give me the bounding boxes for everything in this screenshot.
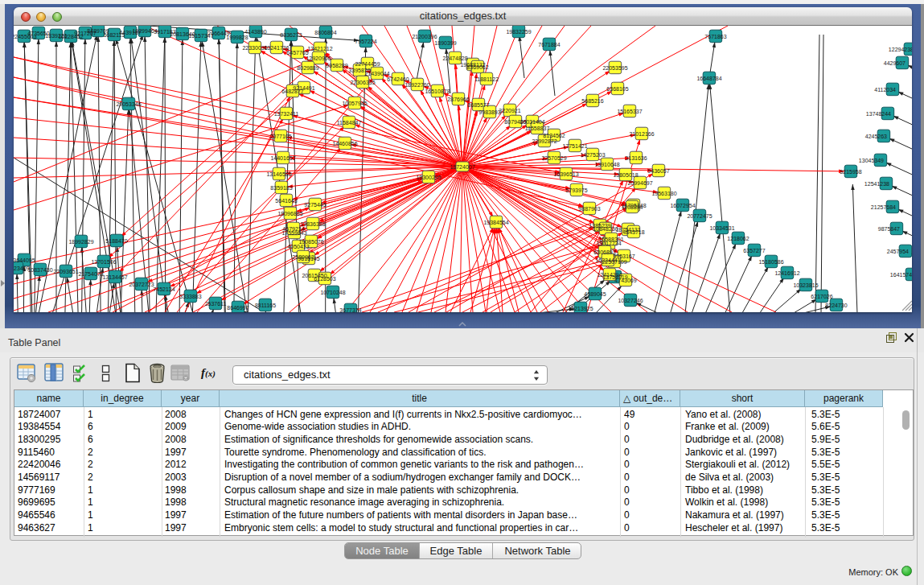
svg-text:1890399: 1890399 <box>434 40 456 46</box>
svg-text:10710248: 10710248 <box>320 290 345 295</box>
svg-text:5188470: 5188470 <box>105 238 127 244</box>
svg-text:11584847: 11584847 <box>337 120 362 126</box>
svg-text:10848230: 10848230 <box>593 226 618 232</box>
svg-text:2537611: 2537611 <box>205 301 227 307</box>
svg-text:22053595: 22053595 <box>602 65 627 71</box>
svg-text:3220921: 3220921 <box>499 108 520 113</box>
svg-text:14401657: 14401657 <box>270 155 295 161</box>
svg-text:19832259: 19832259 <box>506 29 531 35</box>
svg-text:4743069: 4743069 <box>614 278 636 283</box>
svg-text:5793975: 5793975 <box>565 187 587 193</box>
svg-text:16396513: 16396513 <box>553 171 578 177</box>
svg-text:9983893: 9983893 <box>478 109 500 115</box>
svg-text:13134457: 13134457 <box>102 274 127 280</box>
svg-text:16224441: 16224441 <box>595 257 620 263</box>
svg-text:8359183: 8359183 <box>270 185 292 191</box>
svg-text:8811165: 8811165 <box>255 303 276 308</box>
svg-text:4112034: 4112034 <box>874 87 896 93</box>
svg-text:2077105: 2077105 <box>269 134 291 139</box>
svg-text:6742460: 6742460 <box>387 76 409 82</box>
svg-text:6306893: 6306893 <box>593 249 615 255</box>
svg-text:6217026: 6217026 <box>811 294 832 299</box>
svg-text:7671863: 7671863 <box>704 34 726 39</box>
svg-text:9875847: 9875847 <box>878 226 900 232</box>
svg-text:9436057: 9436057 <box>647 168 669 174</box>
svg-text:16648784: 16648784 <box>696 76 721 81</box>
svg-text:16415740: 16415740 <box>890 272 912 278</box>
svg-text:6482877: 6482877 <box>281 89 303 94</box>
svg-text:6368105: 6368105 <box>606 86 628 92</box>
svg-text:21200396: 21200396 <box>412 34 437 39</box>
svg-text:22474828: 22474828 <box>442 56 467 61</box>
svg-text:13045349: 13045349 <box>859 158 884 163</box>
svg-text:20372723: 20372723 <box>129 282 154 287</box>
svg-text:8134562: 8134562 <box>543 133 565 138</box>
svg-text:7957224: 7957224 <box>355 39 376 44</box>
svg-text:13701506: 13701506 <box>91 259 116 265</box>
svg-text:22992872: 22992872 <box>532 138 556 144</box>
svg-text:13146585: 13146585 <box>266 171 291 177</box>
svg-text:12416912: 12416912 <box>774 270 799 276</box>
svg-text:20031404: 20031404 <box>519 119 544 125</box>
svg-text:13805018: 13805018 <box>613 172 638 178</box>
svg-text:13732411: 13732411 <box>274 111 299 117</box>
svg-text:22744459: 22744459 <box>355 61 380 67</box>
svg-text:8215958: 8215958 <box>840 169 861 175</box>
svg-text:21012166: 21012166 <box>629 131 654 137</box>
svg-text:6457765: 6457765 <box>286 50 308 56</box>
svg-text:2580963: 2580963 <box>292 254 314 260</box>
svg-text:4429607: 4429607 <box>884 60 906 66</box>
svg-text:1108894: 1108894 <box>622 204 643 210</box>
svg-text:12541238: 12541238 <box>864 181 889 187</box>
svg-text:4843718: 4843718 <box>622 229 644 235</box>
svg-text:19384554: 19384554 <box>483 220 508 225</box>
svg-text:21754078: 21754078 <box>78 271 103 277</box>
svg-text:3644095: 3644095 <box>14 257 35 263</box>
svg-text:7452134: 7452134 <box>153 286 175 292</box>
svg-text:1999828: 1999828 <box>226 35 248 40</box>
svg-text:8224730: 8224730 <box>825 303 847 308</box>
svg-text:15588301: 15588301 <box>598 237 623 242</box>
svg-text:17751421: 17751421 <box>562 143 587 149</box>
svg-text:15165337: 15165337 <box>617 109 642 114</box>
svg-text:10057945: 10057945 <box>342 101 367 106</box>
svg-text:1218062: 1218062 <box>727 236 749 241</box>
svg-text:21439044: 21439044 <box>364 71 389 76</box>
svg-text:8369062: 8369062 <box>466 64 488 70</box>
svg-text:3677374: 3677374 <box>339 307 361 313</box>
svg-text:8646997: 8646997 <box>227 305 248 311</box>
svg-text:4245263: 4245263 <box>865 134 887 139</box>
svg-text:10323815: 10323815 <box>793 282 818 288</box>
svg-text:6128503: 6128503 <box>314 276 335 282</box>
svg-text:3333883: 3333883 <box>179 294 201 299</box>
svg-text:13421212: 13421212 <box>307 46 332 51</box>
svg-text:13748244: 13748244 <box>866 111 891 117</box>
svg-text:10837430: 10837430 <box>27 267 52 273</box>
svg-text:20994697: 20994697 <box>627 180 652 186</box>
svg-text:18922760: 18922760 <box>405 82 429 88</box>
svg-text:2876966: 2876966 <box>447 97 469 102</box>
svg-text:16213925: 16213925 <box>568 306 593 311</box>
svg-text:4679214: 4679214 <box>282 226 304 232</box>
svg-text:9887903: 9887903 <box>578 206 600 212</box>
svg-text:9275445: 9275445 <box>304 202 326 208</box>
svg-text:14275203: 14275203 <box>580 152 605 158</box>
svg-text:11881122: 11881122 <box>474 76 499 82</box>
svg-text:2457954: 2457954 <box>887 249 909 254</box>
svg-text:22093651: 22093651 <box>53 269 78 274</box>
svg-text:12294238: 12294238 <box>889 47 912 52</box>
svg-text:13910648: 13910648 <box>594 162 619 167</box>
svg-text:5641643: 5641643 <box>275 198 297 204</box>
svg-text:8029889: 8029889 <box>297 65 318 71</box>
svg-text:22306335: 22306335 <box>350 80 375 85</box>
svg-text:12920906: 12920906 <box>306 56 331 61</box>
svg-text:13241736: 13241736 <box>264 45 289 51</box>
svg-text:18724007: 18724007 <box>450 164 474 170</box>
svg-text:16072954: 16072954 <box>670 203 695 208</box>
svg-text:16510878: 16510878 <box>425 89 450 94</box>
svg-text:18096865: 18096865 <box>277 211 302 216</box>
svg-text:4389045: 4389045 <box>584 291 606 297</box>
svg-text:21257684: 21257684 <box>871 204 896 210</box>
svg-text:4050413: 4050413 <box>287 244 309 249</box>
svg-text:8336273: 8336273 <box>280 32 302 38</box>
